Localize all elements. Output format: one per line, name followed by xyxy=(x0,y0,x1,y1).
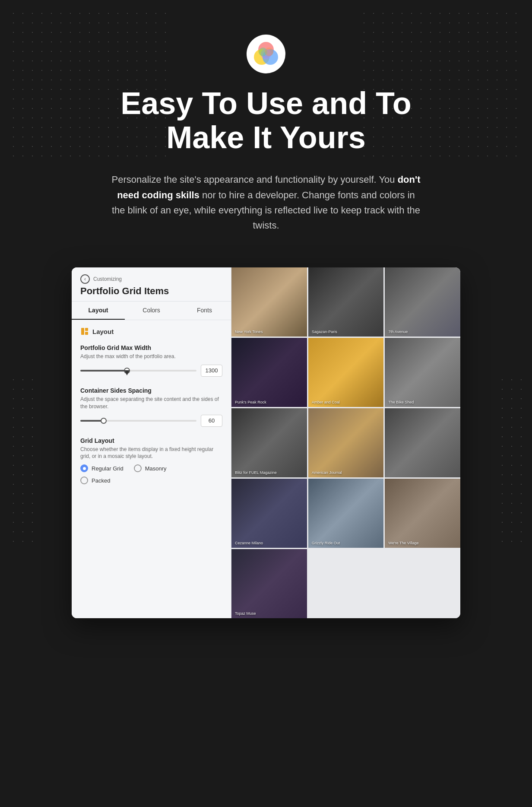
logo-section xyxy=(247,35,285,73)
grid-layout-control: Grid Layout Choose whether the items dis… xyxy=(80,437,222,485)
portfolio-label-sagazan: Sagazan-Paris xyxy=(312,330,337,334)
customizer-body: Layout Portfolio Grid Max Width Adjust t… xyxy=(72,320,231,502)
customizing-label: Customizing xyxy=(93,276,122,282)
tab-layout[interactable]: Layout xyxy=(72,302,125,320)
grid-layout-radio-group: Regular Grid Masonry Packed xyxy=(80,464,222,484)
radio-masonry[interactable]: Masonry xyxy=(134,464,167,472)
max-width-slider-row: 1300 xyxy=(80,365,222,377)
grid-layout-desc: Choose whether the items display in a fi… xyxy=(80,446,222,461)
portfolio-item-amber: Amber and Coal xyxy=(308,338,384,407)
radio-packed-circle xyxy=(80,477,88,484)
portfolio-label-grizzly: Grizzly Ride Out xyxy=(312,541,340,545)
max-width-slider-thumb[interactable] xyxy=(124,368,130,374)
layout-section-header: Layout xyxy=(80,327,222,336)
portfolio-item-7thave: 7th Avenue xyxy=(385,267,460,337)
sub-description: Personalize the site's appearance and fu… xyxy=(111,172,421,233)
max-width-desc: Adjust the max width of the portfolio ar… xyxy=(80,353,222,360)
portfolio-label-bike: The Bike Shed xyxy=(388,400,414,404)
spacing-slider-fill xyxy=(80,420,104,422)
tab-fonts[interactable]: Fonts xyxy=(178,302,231,320)
portfolio-label-7thave: 7th Avenue xyxy=(388,330,408,334)
radio-packed-label: Packed xyxy=(92,477,110,484)
grid-layout-label: Grid Layout xyxy=(80,437,222,444)
portfolio-item-blitz: Blitz for FUEL Magazine xyxy=(231,408,307,477)
spacing-value: 60 xyxy=(201,415,222,427)
portfolio-label-american: American Journal xyxy=(312,470,342,475)
customizer-header: ‹ Customizing Portfolio Grid Items xyxy=(72,267,231,302)
svg-rect-7 xyxy=(85,328,88,331)
max-width-slider-track[interactable] xyxy=(80,370,196,372)
layout-icon xyxy=(80,327,89,336)
portfolio-item-extra xyxy=(385,408,460,477)
spacing-desc: Adjust the space separating the site con… xyxy=(80,396,222,410)
portfolio-item-bike: The Bike Shed xyxy=(385,338,460,407)
max-width-label: Portfolio Grid Max Width xyxy=(80,344,222,351)
portfolio-label-blitz: Blitz for FUEL Magazine xyxy=(235,470,277,475)
customizer-sidebar: ‹ Customizing Portfolio Grid Items Layou… xyxy=(72,267,231,618)
radio-regular-grid-label: Regular Grid xyxy=(92,465,124,472)
app-logo xyxy=(247,35,285,73)
portfolio-item-village: We're The Village xyxy=(385,479,460,548)
portfolio-item-newyork: New York Tones xyxy=(231,267,307,337)
max-width-value: 1300 xyxy=(201,365,222,377)
radio-row-1: Regular Grid Masonry xyxy=(80,464,222,472)
customizer-back[interactable]: ‹ Customizing xyxy=(80,274,222,284)
portfolio-label-village: We're The Village xyxy=(388,541,418,545)
svg-rect-6 xyxy=(81,328,84,335)
ui-panel: ‹ Customizing Portfolio Grid Items Layou… xyxy=(72,267,460,618)
portfolio-label-punk: Punk's Peak Rock xyxy=(235,400,266,404)
portfolio-item-cezanne: Cezanne Milano xyxy=(231,479,307,548)
portfolio-item-grizzly: Grizzly Ride Out xyxy=(308,479,384,548)
radio-masonry-label: Masonry xyxy=(145,465,167,472)
portfolio-item-american: American Journal xyxy=(308,408,384,477)
mouse-cursor-icon xyxy=(124,370,130,375)
layout-section-title: Layout xyxy=(92,328,114,335)
portfolio-item-topaz: Topaz Muse xyxy=(231,549,307,618)
portfolio-panel: New York Tones Sagazan-Paris 7th Avenue … xyxy=(231,267,460,618)
tab-colors[interactable]: Colors xyxy=(125,302,178,320)
radio-row-2: Packed xyxy=(80,477,222,484)
svg-point-5 xyxy=(265,48,273,56)
main-heading: Easy To Use and To Make It Yours xyxy=(120,86,412,155)
spacing-slider-row: 60 xyxy=(80,415,222,427)
spacing-slider-track[interactable] xyxy=(80,420,196,422)
radio-packed[interactable]: Packed xyxy=(80,477,110,484)
spacing-label: Container Sides Spacing xyxy=(80,387,222,394)
max-width-control: Portfolio Grid Max Width Adjust the max … xyxy=(80,344,222,377)
customizer-title: Portfolio Grid Items xyxy=(80,286,222,297)
portfolio-item-punk: Punk's Peak Rock xyxy=(231,338,307,407)
radio-regular-grid-circle xyxy=(80,464,88,472)
portfolio-label-newyork: New York Tones xyxy=(235,330,263,334)
max-width-slider-fill xyxy=(80,370,127,372)
customizer-tabs: Layout Colors Fonts xyxy=(72,302,231,320)
svg-rect-8 xyxy=(85,332,88,335)
portfolio-label-topaz: Topaz Muse xyxy=(235,611,256,616)
spacing-slider-thumb[interactable] xyxy=(101,418,107,424)
portfolio-label-amber: Amber and Coal xyxy=(312,400,340,404)
portfolio-label-cezanne: Cezanne Milano xyxy=(235,541,263,545)
radio-masonry-circle xyxy=(134,464,142,472)
spacing-control: Container Sides Spacing Adjust the space… xyxy=(80,387,222,427)
radio-regular-grid[interactable]: Regular Grid xyxy=(80,464,124,472)
back-arrow-button[interactable]: ‹ xyxy=(80,274,90,284)
portfolio-item-sagazan: Sagazan-Paris xyxy=(308,267,384,337)
